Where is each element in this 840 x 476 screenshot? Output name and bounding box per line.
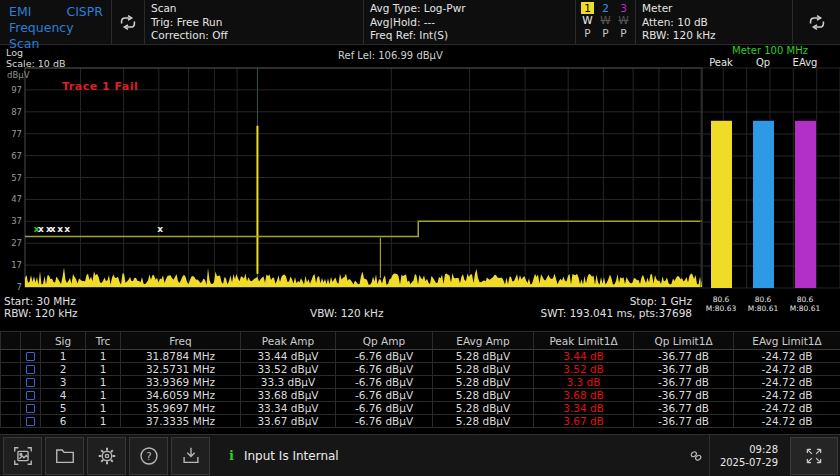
trigger-setting: Trig: Free Run — [151, 16, 363, 30]
cell-sig: 3 — [41, 376, 86, 389]
mode-title-block[interactable]: EMI CISPR Frequency Scan — [0, 0, 112, 44]
trace-1-mode: P — [584, 27, 590, 40]
svg-text:97: 97 — [11, 85, 22, 95]
scale-label: Scale: 10 dB — [6, 58, 65, 69]
amplitude-type-label: Log — [6, 47, 23, 58]
cell-sig: 2 — [41, 363, 86, 376]
limit-line-1 — [25, 221, 702, 236]
settings-icon — [96, 445, 118, 467]
cell-trc: 1 — [86, 415, 121, 428]
meter-title: Meter — [642, 2, 792, 16]
time-label: 09:28 — [720, 443, 778, 456]
row-checkbox[interactable] — [26, 417, 35, 426]
cell-peak-limit-delta: 3.44 dB — [534, 350, 634, 363]
table-row[interactable]: 6137.3335 MHz33.67 dBµV-6.76 dBµV5.28 dB… — [1, 415, 840, 428]
row-checkbox[interactable] — [26, 404, 35, 413]
row-gutter — [1, 376, 21, 389]
info-icon: i — [229, 448, 234, 463]
svg-text:?: ? — [146, 450, 151, 461]
avg-type-setting: Avg Type: Log-Pwr — [370, 2, 575, 16]
bottom-toolbar: ? i Input Is Internal 09:28 2025-07-29 — [0, 434, 840, 476]
col-header-qp-limit-delta: Qp Limit1Δ — [634, 332, 734, 350]
row-checkbox[interactable] — [26, 378, 35, 387]
folder-icon — [54, 445, 76, 467]
cell-qp-amp: -6.76 dBµV — [336, 363, 433, 376]
vbw-label: VBW: 120 kHz — [310, 307, 384, 319]
row-gutter — [1, 350, 21, 363]
rbw-label: RBW: 120 kHz — [4, 307, 78, 319]
folder-button[interactable] — [45, 437, 84, 475]
cell-peak-amp: 33.68 dBµV — [241, 389, 336, 402]
cell-peak-amp: 33.44 dBµV — [241, 350, 336, 363]
cell-peak-limit-delta: 3.52 dB — [534, 363, 634, 376]
trace-3-mode: P — [620, 27, 626, 40]
trace-2-indicator[interactable]: 2 W P — [598, 2, 613, 44]
cell-qp-amp: -6.76 dBµV — [336, 402, 433, 415]
cell-trc: 1 — [86, 350, 121, 363]
trace-2-mode: P — [602, 27, 608, 40]
avg-hold-setting: Avg|Hold: --- — [370, 16, 575, 30]
screenshot-button[interactable] — [3, 437, 42, 475]
clock-display[interactable]: 09:28 2025-07-29 — [709, 435, 788, 476]
connection-icon — [683, 449, 709, 463]
row-checkbox[interactable] — [26, 352, 35, 361]
svg-text:67: 67 — [11, 151, 22, 161]
sweep-time-label: SWT: 193.041 ms, pts:37698 — [430, 307, 692, 319]
row-checkbox[interactable] — [26, 391, 35, 400]
meter-bar-eavg — [795, 121, 816, 288]
cell-qp-amp: -6.76 dBµV — [336, 350, 433, 363]
cell-qp-limit-delta: -36.77 dB — [634, 415, 734, 428]
trace-1-noise-floor — [25, 268, 702, 287]
cell-qp-amp: -6.76 dBµV — [336, 415, 433, 428]
cell-trc: 1 — [86, 389, 121, 402]
cell-sig: 6 — [41, 415, 86, 428]
cell-qp-amp: -6.76 dBµV — [336, 376, 433, 389]
cell-eavg-limit-delta: -24.72 dB — [734, 376, 840, 389]
table-row[interactable]: 1131.8784 MHz33.44 dBµV-6.76 dBµV5.28 dB… — [1, 350, 840, 363]
cell-peak-amp: 33.52 dBµV — [241, 363, 336, 376]
stop-freq-label: Stop: 1 GHz — [430, 295, 692, 307]
meter-bar-qp — [753, 121, 774, 288]
table-row[interactable]: 2132.5731 MHz33.52 dBµV-6.76 dBµV5.28 dB… — [1, 363, 840, 376]
settings-button[interactable] — [87, 437, 126, 475]
svg-text:17: 17 — [11, 260, 22, 270]
table-row[interactable]: 5135.9697 MHz33.34 dBµV-6.76 dBµV5.28 dB… — [1, 402, 840, 415]
save-icon — [180, 445, 202, 467]
table-row[interactable]: 4134.6059 MHz33.68 dBµV-6.76 dBµV5.28 dB… — [1, 389, 840, 402]
cell-qp-limit-delta: -36.77 dB — [634, 389, 734, 402]
cell-eavg-limit-delta: -24.72 dB — [734, 389, 840, 402]
cell-qp-limit-delta: -36.77 dB — [634, 350, 734, 363]
trace-1-indicator[interactable]: 1 W P — [580, 2, 595, 44]
meter-settings-block[interactable]: Meter Atten: 10 dB RBW: 120 kHz — [636, 0, 793, 44]
cell-peak-amp: 33.34 dBµV — [241, 402, 336, 415]
meter-bar-chart — [700, 45, 840, 295]
meter-frequency-label: Meter 100 MHz — [700, 45, 840, 56]
help-button[interactable]: ? — [129, 437, 168, 475]
eavg-bar-value: 80.6M:80.61 — [784, 296, 826, 313]
row-checkbox[interactable] — [26, 365, 35, 374]
trace-3-indicator[interactable]: 3 W P — [616, 2, 631, 44]
table-row[interactable]: 3133.9369 MHz33.3 dBµV-6.76 dBµV5.28 dBµ… — [1, 376, 840, 389]
continuous-sweep-button[interactable] — [112, 0, 145, 44]
empty-header-cell — [1, 332, 21, 350]
signal-x-marker: x — [157, 224, 163, 234]
meter-continuous-button[interactable] — [793, 0, 840, 44]
qp-bar-value: 80.6M:80.61 — [742, 296, 784, 313]
scan-settings-block[interactable]: Scan Trig: Free Run Correction: Off — [145, 0, 364, 44]
average-settings-block[interactable]: Avg Type: Log-Pwr Avg|Hold: --- Freq Ref… — [364, 0, 576, 44]
cell-eavg-amp: 5.28 dBµV — [433, 415, 534, 428]
cell-peak-amp: 33.67 dBµV — [241, 415, 336, 428]
signal-markers: xxxxxxx — [34, 224, 163, 235]
col-header-eavg-limit-delta: EAvg Limit1Δ — [734, 332, 840, 350]
fullscreen-button[interactable] — [790, 437, 838, 475]
row-gutter — [1, 402, 21, 415]
save-button[interactable] — [171, 437, 210, 475]
help-icon: ? — [138, 445, 160, 467]
row-gutter — [1, 389, 21, 402]
col-header-trc: Trc — [86, 332, 121, 350]
screenshot-icon — [12, 445, 34, 467]
cell-freq: 35.9697 MHz — [121, 402, 241, 415]
cell-sig: 5 — [41, 402, 86, 415]
ref-level-label: Ref Lel: 106.99 dBµV — [338, 50, 443, 61]
cell-eavg-limit-delta: -24.72 dB — [734, 402, 840, 415]
